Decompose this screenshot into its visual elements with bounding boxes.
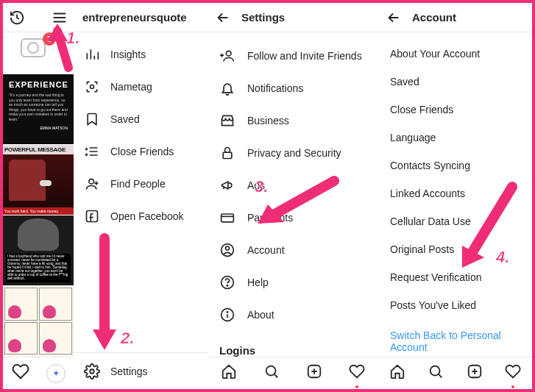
facebook-icon — [84, 208, 100, 224]
settings-item-follow-invite[interactable]: Follow and Invite Friends — [208, 40, 378, 72]
svg-point-4 — [226, 51, 231, 56]
profile-avatar-placeholder[interactable]: 3 — [21, 38, 52, 63]
activity-tab-icon[interactable] — [505, 363, 521, 384]
account-item-saved[interactable]: Saved — [378, 68, 532, 96]
post-thumbnail[interactable]: POWERFUL MESSAGE You work hard. You make… — [3, 144, 74, 215]
menu-item-label: Find People — [110, 178, 166, 190]
post-thumbnail[interactable] — [3, 285, 74, 356]
post-thumbnail[interactable]: I had a boyfriend who told me I'd never … — [3, 215, 74, 285]
insights-icon — [84, 46, 100, 63]
account-item-language[interactable]: Language — [378, 124, 532, 152]
profile-topbar — [3, 3, 74, 32]
menu-item-saved[interactable]: Saved — [74, 103, 208, 135]
thumb-caption: You work hard. You make money. — [3, 207, 74, 215]
account-item-about-your-account[interactable]: About Your Account — [378, 40, 532, 68]
bell-icon — [219, 80, 235, 96]
back-arrow-icon[interactable] — [386, 10, 402, 26]
bottom-tab-bar — [378, 357, 532, 389]
thumb-title: EXPERIENCE — [9, 80, 68, 89]
settings-item-payments[interactable]: Payments — [208, 202, 378, 234]
profile-bottom-bar: ✦ — [3, 357, 74, 389]
back-arrow-icon[interactable] — [215, 10, 231, 26]
card-icon — [219, 210, 235, 226]
hamburger-menu-icon[interactable] — [52, 10, 68, 26]
svg-point-12 — [227, 312, 227, 313]
add-post-tab-icon[interactable] — [306, 363, 322, 384]
post-thumbnails: EXPERIENCE "It's a journey and the sad t… — [3, 74, 74, 356]
menu-item-open-facebook[interactable]: Open Facebook — [74, 200, 208, 232]
activity-tab-icon[interactable] — [349, 363, 365, 384]
settings-item-label: Business — [247, 115, 289, 126]
find-people-icon — [84, 176, 100, 192]
help-icon — [219, 274, 235, 291]
home-tab-icon[interactable] — [221, 363, 237, 384]
settings-item-notifications[interactable]: Notifications — [208, 72, 378, 104]
svg-rect-6 — [222, 214, 234, 222]
info-icon — [219, 307, 235, 323]
search-tab-icon[interactable] — [428, 363, 444, 384]
settings-item-label: Privacy and Security — [247, 147, 341, 159]
menu-item-settings[interactable]: Settings — [74, 352, 208, 389]
settings-item-label: Ads — [247, 179, 265, 191]
search-tab-icon[interactable] — [263, 363, 280, 384]
settings-item-label: Notifications — [247, 82, 303, 94]
settings-item-label: About — [247, 309, 274, 321]
settings-item-about[interactable]: About — [208, 299, 378, 331]
menu-item-nametag[interactable]: Nametag — [74, 71, 208, 103]
camera-icon — [21, 38, 46, 57]
account-item-request-verification[interactable]: Request Verification — [378, 263, 532, 291]
menu-item-label: Insights — [110, 49, 146, 60]
archive-icon[interactable] — [9, 10, 25, 26]
menu-item-label: Nametag — [110, 81, 152, 93]
account-list: About Your Account Saved Close Friends L… — [378, 32, 532, 368]
account-title: Account — [412, 11, 456, 24]
account-topbar: Account — [378, 3, 532, 32]
person-circle-icon — [219, 242, 235, 258]
settings-item-label: Account — [247, 244, 285, 256]
svg-point-8 — [226, 246, 230, 250]
thumb-author: EMMA WATSON — [9, 126, 68, 130]
account-item-close-friends[interactable]: Close Friends — [378, 96, 532, 124]
home-tab-icon[interactable] — [389, 363, 405, 384]
account-item-linked-accounts[interactable]: Linked Accounts — [378, 179, 532, 207]
lock-icon — [219, 145, 235, 161]
switch-account-link[interactable]: Switch Back to Personal Account — [378, 319, 532, 360]
heart-icon[interactable] — [12, 363, 29, 385]
account-item-posts-youve-liked[interactable]: Posts You've Liked — [378, 291, 532, 319]
svg-point-1 — [89, 179, 94, 184]
profile-strip: 3 EXPERIENCE "It's a journey and the sad… — [3, 3, 74, 389]
menu-item-label: Close Friends — [110, 146, 174, 157]
svg-rect-2 — [87, 211, 98, 222]
settings-item-privacy[interactable]: Privacy and Security — [208, 137, 378, 169]
add-person-icon — [219, 48, 235, 64]
account-item-original-posts[interactable]: Original Posts — [378, 235, 532, 263]
menu-item-close-friends[interactable]: Close Friends — [74, 135, 208, 168]
post-thumbnail[interactable]: EXPERIENCE "It's a journey and the sad t… — [3, 74, 74, 144]
thumb-text: I had a boyfriend who told me I'd never … — [6, 254, 71, 282]
shop-icon — [219, 113, 235, 129]
settings-item-business[interactable]: Business — [208, 104, 378, 137]
settings-item-account[interactable]: Account — [208, 234, 378, 266]
add-post-tab-icon[interactable] — [467, 363, 483, 384]
settings-item-ads[interactable]: Ads — [208, 169, 378, 202]
svg-point-3 — [90, 369, 94, 374]
svg-point-15 — [431, 366, 440, 375]
menu-item-insights[interactable]: Insights — [74, 38, 208, 71]
account-item-contacts-syncing[interactable]: Contacts Syncing — [378, 152, 532, 179]
close-friends-list-icon — [84, 143, 100, 160]
menu-item-label: Open Facebook — [110, 210, 184, 222]
settings-list: Follow and Invite Friends Notifications … — [208, 32, 378, 392]
settings-topbar: Settings — [208, 3, 378, 32]
bookmark-icon — [84, 111, 100, 127]
settings-item-label: Payments — [247, 212, 293, 224]
svg-point-10 — [227, 285, 227, 286]
settings-item-help[interactable]: Help — [208, 266, 378, 299]
account-panel: Account About Your Account Saved Close F… — [378, 3, 532, 389]
menu-item-label: Saved — [110, 113, 140, 125]
settings-item-label: Help — [247, 277, 269, 288]
thumb-text: "It's a journey and the sad thing is you… — [9, 93, 68, 121]
settings-title: Settings — [241, 11, 285, 24]
account-item-cellular-data-use[interactable]: Cellular Data Use — [378, 207, 532, 235]
profile-tab-icon[interactable]: ✦ — [46, 364, 65, 383]
menu-item-find-people[interactable]: Find People — [74, 168, 208, 200]
